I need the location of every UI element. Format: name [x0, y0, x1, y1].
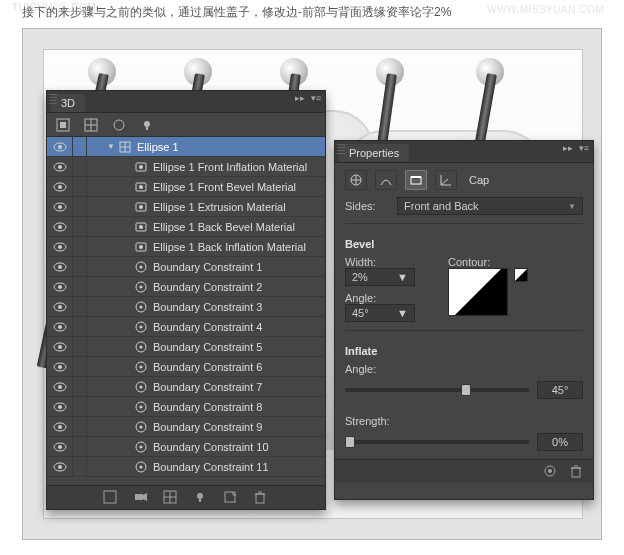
layer-row[interactable]: Boundary Constraint 4 — [47, 317, 325, 337]
visibility-toggle[interactable] — [47, 457, 73, 476]
svg-point-34 — [58, 265, 62, 269]
visibility-toggle[interactable] — [47, 317, 73, 336]
contour-picker-icon[interactable] — [514, 268, 528, 282]
visibility-toggle[interactable] — [47, 257, 73, 276]
panel-menu-icon[interactable]: ▾≡ — [579, 143, 589, 153]
layer-row[interactable]: Boundary Constraint 10 — [47, 437, 325, 457]
layer-row[interactable]: Boundary Constraint 6 — [47, 357, 325, 377]
panel-menu-icon[interactable]: ▾≡ — [311, 93, 321, 103]
mode-cap-icon[interactable] — [405, 170, 427, 190]
layer-label: Ellipse 1 Back Bevel Material — [153, 221, 295, 233]
panel-collapse-icon[interactable]: ▸▸ — [563, 143, 573, 153]
layer-row[interactable]: Boundary Constraint 2 — [47, 277, 325, 297]
mode-coords-icon[interactable] — [435, 170, 457, 190]
lock-column[interactable] — [73, 237, 87, 256]
footer-light-icon[interactable] — [193, 490, 209, 506]
layer-row[interactable]: Boundary Constraint 9 — [47, 417, 325, 437]
inflate-strength-slider[interactable] — [345, 440, 529, 444]
layer-row[interactable]: Boundary Constraint 11 — [47, 457, 325, 477]
contour-preview[interactable] — [448, 268, 508, 316]
lock-column[interactable] — [73, 437, 87, 456]
footer-new-icon[interactable] — [223, 490, 239, 506]
layer-row[interactable]: Ellipse 1 Front Bevel Material — [47, 177, 325, 197]
visibility-toggle[interactable] — [47, 137, 73, 156]
lock-column[interactable] — [73, 297, 87, 316]
lock-column[interactable] — [73, 457, 87, 476]
lock-column[interactable] — [73, 277, 87, 296]
layer-row[interactable]: Boundary Constraint 1 — [47, 257, 325, 277]
lock-column[interactable] — [73, 397, 87, 416]
visibility-toggle[interactable] — [47, 337, 73, 356]
svg-point-58 — [58, 385, 62, 389]
visibility-toggle[interactable] — [47, 297, 73, 316]
inflate-angle-value[interactable]: 45° — [537, 381, 583, 399]
visibility-toggle[interactable] — [47, 397, 73, 416]
filter-light-icon[interactable] — [139, 117, 155, 133]
lock-column[interactable] — [73, 137, 87, 156]
visibility-toggle[interactable] — [47, 417, 73, 436]
3d-panel[interactable]: 3D ▸▸ ▾≡ ▼Ellipse 1Ellipse 1 Front Infla… — [46, 90, 326, 510]
footer-mesh-icon[interactable] — [163, 490, 179, 506]
bevel-width-select[interactable]: 2% ▼ — [345, 268, 415, 286]
visibility-toggle[interactable] — [47, 177, 73, 196]
target-icon — [133, 260, 149, 274]
footer-trash-icon[interactable] — [253, 490, 269, 506]
lock-column[interactable] — [73, 337, 87, 356]
svg-rect-99 — [572, 468, 580, 477]
mode-deform-icon[interactable] — [375, 170, 397, 190]
sides-select[interactable]: Front and Back ▼ — [397, 197, 583, 215]
footer-camera-icon[interactable] — [133, 490, 149, 506]
properties-tabbar[interactable]: Properties ▸▸ ▾≡ — [335, 141, 593, 163]
visibility-toggle[interactable] — [47, 157, 73, 176]
bevel-angle-select[interactable]: 45° ▼ — [345, 304, 415, 322]
panel-collapse-icon[interactable]: ▸▸ — [295, 93, 305, 103]
3d-layers-list[interactable]: ▼Ellipse 1Ellipse 1 Front Inflation Mate… — [47, 137, 325, 485]
inflate-angle-slider[interactable] — [345, 388, 529, 392]
visibility-toggle[interactable] — [47, 277, 73, 296]
lock-column[interactable] — [73, 157, 87, 176]
filter-mesh-icon[interactable] — [83, 117, 99, 133]
lock-column[interactable] — [73, 257, 87, 276]
mode-mesh-icon[interactable] — [345, 170, 367, 190]
target-icon — [133, 440, 149, 454]
layer-row[interactable]: Boundary Constraint 8 — [47, 397, 325, 417]
lock-column[interactable] — [73, 197, 87, 216]
lock-column[interactable] — [73, 417, 87, 436]
mat-icon — [133, 200, 149, 214]
visibility-toggle[interactable] — [47, 197, 73, 216]
layer-row[interactable]: Boundary Constraint 7 — [47, 377, 325, 397]
panel-grip-icon[interactable] — [49, 94, 57, 106]
render-icon[interactable] — [543, 464, 559, 480]
layer-row[interactable]: Ellipse 1 Front Inflation Material — [47, 157, 325, 177]
svg-point-24 — [139, 205, 143, 209]
footer-scene-icon[interactable] — [103, 490, 119, 506]
visibility-toggle[interactable] — [47, 217, 73, 236]
lock-column[interactable] — [73, 217, 87, 236]
trash-icon[interactable] — [569, 464, 585, 480]
lock-column[interactable] — [73, 177, 87, 196]
visibility-toggle[interactable] — [47, 437, 73, 456]
lock-column[interactable] — [73, 357, 87, 376]
3d-panel-tabbar[interactable]: 3D ▸▸ ▾≡ — [47, 91, 325, 113]
layer-row[interactable]: Boundary Constraint 5 — [47, 337, 325, 357]
lock-column[interactable] — [73, 317, 87, 336]
properties-tab[interactable]: Properties — [339, 144, 409, 162]
layer-row[interactable]: Ellipse 1 Extrusion Material — [47, 197, 325, 217]
visibility-toggle[interactable] — [47, 377, 73, 396]
layer-row[interactable]: Boundary Constraint 3 — [47, 297, 325, 317]
layer-row[interactable]: Ellipse 1 Back Inflation Material — [47, 237, 325, 257]
layer-row[interactable]: ▼Ellipse 1 — [47, 137, 325, 157]
filter-material-icon[interactable] — [111, 117, 127, 133]
properties-modes: Cap — [345, 169, 583, 191]
visibility-toggle[interactable] — [47, 237, 73, 256]
properties-panel[interactable]: Properties ▸▸ ▾≡ Cap Sides: Front and Ba… — [334, 140, 594, 500]
filter-scene-icon[interactable] — [55, 117, 71, 133]
twisty-icon[interactable]: ▼ — [105, 142, 117, 151]
panel-grip-icon[interactable] — [337, 144, 345, 156]
watermark-right: WWW.MISSYUAN.COM — [487, 4, 604, 15]
contour-label: Contour: — [448, 256, 583, 268]
layer-row[interactable]: Ellipse 1 Back Bevel Material — [47, 217, 325, 237]
inflate-strength-value[interactable]: 0% — [537, 433, 583, 451]
lock-column[interactable] — [73, 377, 87, 396]
visibility-toggle[interactable] — [47, 357, 73, 376]
